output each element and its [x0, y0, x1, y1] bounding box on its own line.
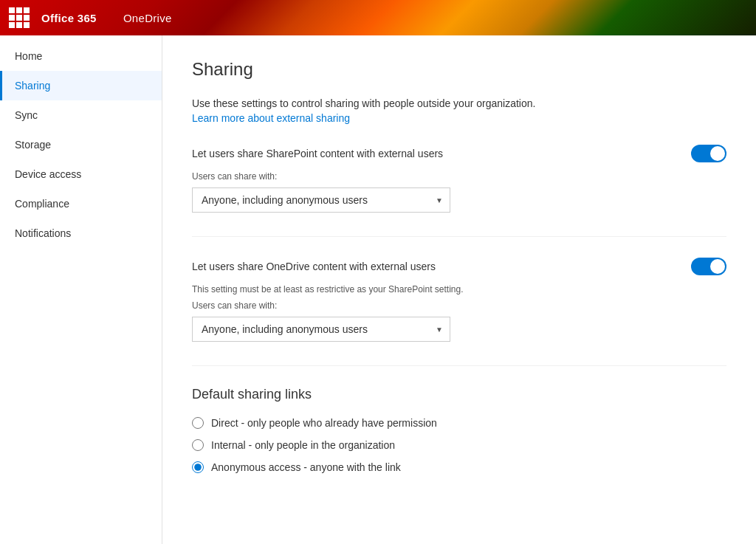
- onedrive-toggle[interactable]: [691, 258, 726, 275]
- sidebar-item-notifications[interactable]: Notifications: [0, 218, 162, 248]
- radio-anonymous-label: Anonymous access - anyone with the link: [211, 461, 401, 473]
- sharepoint-toggle[interactable]: [691, 145, 726, 162]
- onedrive-setting-row: Let users share OneDrive content with ex…: [192, 258, 726, 275]
- radio-internal-label: Internal - only people in the organizati…: [211, 439, 395, 451]
- onedrive-dropdown[interactable]: Anyone, including anonymous users Extern…: [192, 317, 450, 342]
- radio-option-direct[interactable]: Direct - only people who already have pe…: [192, 417, 726, 429]
- onedrive-section: Let users share OneDrive content with ex…: [192, 258, 726, 366]
- topbar-separator: [109, 12, 111, 24]
- sidebar-item-sync[interactable]: Sync: [0, 100, 162, 130]
- sharepoint-select-wrap: Anyone, including anonymous users Extern…: [192, 187, 450, 213]
- sidebar-item-home[interactable]: Home: [0, 41, 162, 71]
- sidebar: Home Sharing Sync Storage Device access …: [0, 35, 162, 544]
- main-layout: Home Sharing Sync Storage Device access …: [0, 35, 756, 544]
- radio-anonymous[interactable]: [192, 461, 204, 473]
- sidebar-item-storage[interactable]: Storage: [0, 130, 162, 159]
- learn-more-link[interactable]: Learn more about external sharing: [192, 112, 350, 124]
- sidebar-item-device-access[interactable]: Device access: [0, 159, 162, 189]
- sharepoint-setting-row: Let users share SharePoint content with …: [192, 145, 726, 162]
- description-text: Use these settings to control sharing wi…: [192, 97, 726, 109]
- topbar-app-name: Office 365: [41, 12, 97, 24]
- topbar-service-name: OneDrive: [123, 12, 172, 24]
- radio-direct[interactable]: [192, 417, 204, 429]
- default-links-section: Default sharing links Direct - only peop…: [192, 387, 726, 501]
- default-links-subtitle: Default sharing links: [192, 387, 726, 402]
- radio-internal[interactable]: [192, 439, 204, 451]
- radio-option-internal[interactable]: Internal - only people in the organizati…: [192, 439, 726, 451]
- page-title: Sharing: [192, 59, 726, 80]
- sharepoint-setting-label: Let users share SharePoint content with …: [192, 148, 676, 159]
- topbar: Office 365 OneDrive: [0, 0, 756, 35]
- sharepoint-section: Let users share SharePoint content with …: [192, 145, 726, 237]
- radio-direct-label: Direct - only people who already have pe…: [211, 417, 437, 429]
- sidebar-item-compliance[interactable]: Compliance: [0, 189, 162, 218]
- onedrive-select-wrap: Anyone, including anonymous users Extern…: [192, 317, 450, 342]
- waffle-button[interactable]: [9, 7, 30, 28]
- onedrive-setting-label: Let users share OneDrive content with ex…: [192, 261, 676, 272]
- main-content: Sharing Use these settings to control sh…: [162, 35, 756, 544]
- sharepoint-sub-label: Users can share with:: [192, 171, 726, 182]
- sharepoint-dropdown[interactable]: Anyone, including anonymous users Extern…: [192, 187, 450, 213]
- onedrive-sub-label: Users can share with:: [192, 300, 726, 311]
- sidebar-item-sharing[interactable]: Sharing: [0, 71, 162, 100]
- radio-option-anonymous[interactable]: Anonymous access - anyone with the link: [192, 461, 726, 473]
- onedrive-note-text: This setting must be at least as restric…: [192, 284, 726, 295]
